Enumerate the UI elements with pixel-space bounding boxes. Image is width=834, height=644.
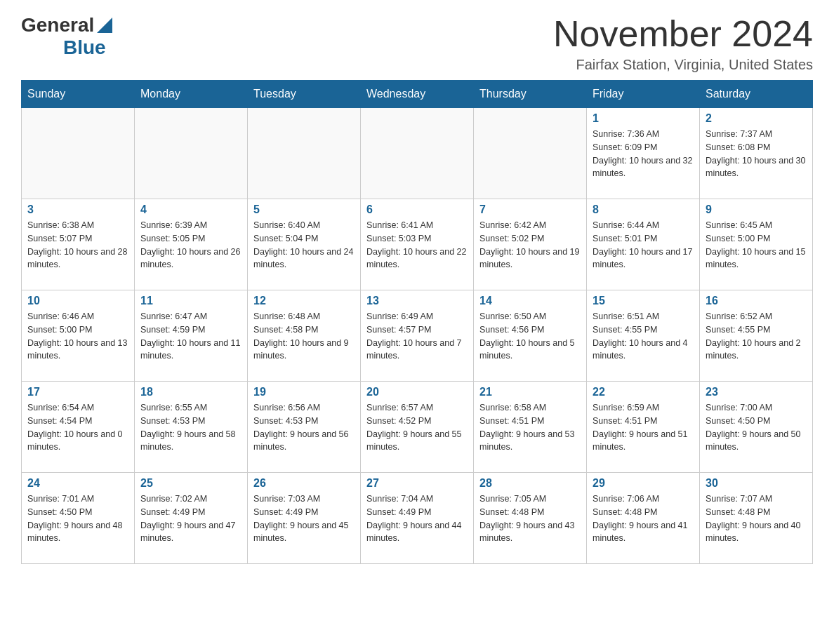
calendar-cell: 13Sunrise: 6:49 AMSunset: 4:57 PMDayligh… — [361, 290, 474, 382]
day-info: Sunrise: 7:37 AMSunset: 6:08 PMDaylight:… — [706, 128, 807, 180]
logo-general: General — [21, 14, 94, 36]
calendar-cell: 14Sunrise: 6:50 AMSunset: 4:56 PMDayligh… — [474, 290, 587, 382]
day-number: 13 — [366, 295, 468, 307]
calendar-cell — [361, 108, 474, 199]
calendar-cell: 3Sunrise: 6:38 AMSunset: 5:07 PMDaylight… — [22, 199, 135, 290]
day-info: Sunrise: 6:42 AMSunset: 5:02 PMDaylight:… — [479, 219, 581, 271]
logo-triangle-icon — [97, 18, 112, 33]
main-title: November 2024 — [553, 14, 813, 54]
calendar-cell: 5Sunrise: 6:40 AMSunset: 5:04 PMDaylight… — [248, 199, 361, 290]
day-info: Sunrise: 7:06 AMSunset: 4:48 PMDaylight:… — [593, 492, 694, 545]
day-number: 29 — [593, 477, 694, 490]
calendar-cell — [135, 108, 248, 199]
calendar-cell: 2Sunrise: 7:37 AMSunset: 6:08 PMDaylight… — [700, 108, 813, 199]
day-info: Sunrise: 6:44 AMSunset: 5:01 PMDaylight:… — [593, 219, 694, 271]
calendar-cell: 29Sunrise: 7:06 AMSunset: 4:48 PMDayligh… — [587, 473, 700, 564]
day-header-sunday: Sunday — [22, 81, 135, 108]
day-header-saturday: Saturday — [700, 81, 813, 108]
day-info: Sunrise: 6:39 AMSunset: 5:05 PMDaylight:… — [140, 219, 241, 271]
calendar-week-row: 17Sunrise: 6:54 AMSunset: 4:54 PMDayligh… — [22, 382, 813, 473]
calendar-week-row: 24Sunrise: 7:01 AMSunset: 4:50 PMDayligh… — [22, 473, 813, 564]
day-info: Sunrise: 6:40 AMSunset: 5:04 PMDaylight:… — [253, 219, 355, 271]
day-number: 24 — [27, 477, 128, 490]
day-info: Sunrise: 6:55 AMSunset: 4:53 PMDaylight:… — [140, 401, 241, 454]
calendar-cell: 16Sunrise: 6:52 AMSunset: 4:55 PMDayligh… — [700, 290, 813, 382]
calendar-cell: 22Sunrise: 6:59 AMSunset: 4:51 PMDayligh… — [587, 382, 700, 473]
calendar-cell — [248, 108, 361, 199]
calendar-table: SundayMondayTuesdayWednesdayThursdayFrid… — [21, 80, 813, 564]
day-number: 14 — [479, 295, 581, 307]
calendar-cell: 11Sunrise: 6:47 AMSunset: 4:59 PMDayligh… — [135, 290, 248, 382]
day-info: Sunrise: 7:02 AMSunset: 4:49 PMDaylight:… — [140, 492, 241, 545]
calendar-cell: 18Sunrise: 6:55 AMSunset: 4:53 PMDayligh… — [135, 382, 248, 473]
calendar-cell: 25Sunrise: 7:02 AMSunset: 4:49 PMDayligh… — [135, 473, 248, 564]
day-info: Sunrise: 6:41 AMSunset: 5:03 PMDaylight:… — [366, 219, 468, 271]
calendar-cell: 20Sunrise: 6:57 AMSunset: 4:52 PMDayligh… — [361, 382, 474, 473]
day-info: Sunrise: 6:49 AMSunset: 4:57 PMDaylight:… — [366, 310, 468, 363]
day-number: 3 — [27, 203, 128, 216]
calendar-cell: 27Sunrise: 7:04 AMSunset: 4:49 PMDayligh… — [361, 473, 474, 564]
day-info: Sunrise: 7:36 AMSunset: 6:09 PMDaylight:… — [593, 128, 694, 180]
calendar-cell: 23Sunrise: 7:00 AMSunset: 4:50 PMDayligh… — [700, 382, 813, 473]
day-info: Sunrise: 6:59 AMSunset: 4:51 PMDaylight:… — [593, 401, 694, 454]
day-number: 7 — [479, 203, 581, 216]
day-number: 10 — [27, 295, 128, 307]
day-info: Sunrise: 6:52 AMSunset: 4:55 PMDaylight:… — [706, 310, 807, 363]
calendar-cell: 28Sunrise: 7:05 AMSunset: 4:48 PMDayligh… — [474, 473, 587, 564]
day-number: 2 — [706, 112, 807, 125]
day-number: 30 — [706, 477, 807, 490]
calendar-cell: 1Sunrise: 7:36 AMSunset: 6:09 PMDaylight… — [587, 108, 700, 199]
day-header-thursday: Thursday — [474, 81, 587, 108]
day-header-friday: Friday — [587, 81, 700, 108]
day-info: Sunrise: 7:05 AMSunset: 4:48 PMDaylight:… — [479, 492, 581, 545]
day-number: 27 — [366, 477, 468, 490]
day-info: Sunrise: 6:50 AMSunset: 4:56 PMDaylight:… — [479, 310, 581, 363]
day-number: 11 — [140, 295, 241, 307]
svg-marker-0 — [97, 18, 112, 33]
day-header-wednesday: Wednesday — [361, 81, 474, 108]
day-number: 25 — [140, 477, 241, 490]
calendar-cell: 26Sunrise: 7:03 AMSunset: 4:49 PMDayligh… — [248, 473, 361, 564]
day-number: 23 — [706, 386, 807, 398]
day-number: 8 — [593, 203, 694, 216]
title-section: November 2024 Fairfax Station, Virginia,… — [553, 14, 813, 73]
day-info: Sunrise: 6:38 AMSunset: 5:07 PMDaylight:… — [27, 219, 128, 271]
day-info: Sunrise: 6:45 AMSunset: 5:00 PMDaylight:… — [706, 219, 807, 271]
calendar-week-row: 1Sunrise: 7:36 AMSunset: 6:09 PMDaylight… — [22, 108, 813, 199]
day-info: Sunrise: 6:46 AMSunset: 5:00 PMDaylight:… — [27, 310, 128, 363]
day-number: 20 — [366, 386, 468, 398]
day-number: 5 — [253, 203, 355, 216]
calendar-cell: 7Sunrise: 6:42 AMSunset: 5:02 PMDaylight… — [474, 199, 587, 290]
day-number: 1 — [593, 112, 694, 125]
calendar-cell: 15Sunrise: 6:51 AMSunset: 4:55 PMDayligh… — [587, 290, 700, 382]
page-header: General Blue November 2024 Fairfax Stati… — [21, 14, 813, 73]
day-number: 6 — [366, 203, 468, 216]
calendar-cell: 9Sunrise: 6:45 AMSunset: 5:00 PMDaylight… — [700, 199, 813, 290]
day-info: Sunrise: 6:48 AMSunset: 4:58 PMDaylight:… — [253, 310, 355, 363]
calendar-cell: 17Sunrise: 6:54 AMSunset: 4:54 PMDayligh… — [22, 382, 135, 473]
day-info: Sunrise: 6:47 AMSunset: 4:59 PMDaylight:… — [140, 310, 241, 363]
day-info: Sunrise: 7:00 AMSunset: 4:50 PMDaylight:… — [706, 401, 807, 454]
day-info: Sunrise: 6:56 AMSunset: 4:53 PMDaylight:… — [253, 401, 355, 454]
calendar-week-row: 3Sunrise: 6:38 AMSunset: 5:07 PMDaylight… — [22, 199, 813, 290]
day-number: 12 — [253, 295, 355, 307]
calendar-cell: 21Sunrise: 6:58 AMSunset: 4:51 PMDayligh… — [474, 382, 587, 473]
calendar-cell: 12Sunrise: 6:48 AMSunset: 4:58 PMDayligh… — [248, 290, 361, 382]
day-info: Sunrise: 6:51 AMSunset: 4:55 PMDaylight:… — [593, 310, 694, 363]
day-number: 21 — [479, 386, 581, 398]
calendar-cell — [22, 108, 135, 199]
day-info: Sunrise: 7:07 AMSunset: 4:48 PMDaylight:… — [706, 492, 807, 545]
day-number: 18 — [140, 386, 241, 398]
calendar-header-row: SundayMondayTuesdayWednesdayThursdayFrid… — [22, 81, 813, 108]
logo: General Blue — [21, 14, 112, 59]
day-number: 22 — [593, 386, 694, 398]
calendar-cell: 30Sunrise: 7:07 AMSunset: 4:48 PMDayligh… — [700, 473, 813, 564]
day-number: 4 — [140, 203, 241, 216]
day-info: Sunrise: 7:04 AMSunset: 4:49 PMDaylight:… — [366, 492, 468, 545]
day-header-monday: Monday — [135, 81, 248, 108]
calendar-cell — [474, 108, 587, 199]
day-info: Sunrise: 7:01 AMSunset: 4:50 PMDaylight:… — [27, 492, 128, 545]
logo-blue: Blue — [63, 36, 106, 59]
calendar-cell: 6Sunrise: 6:41 AMSunset: 5:03 PMDaylight… — [361, 199, 474, 290]
calendar-cell: 19Sunrise: 6:56 AMSunset: 4:53 PMDayligh… — [248, 382, 361, 473]
